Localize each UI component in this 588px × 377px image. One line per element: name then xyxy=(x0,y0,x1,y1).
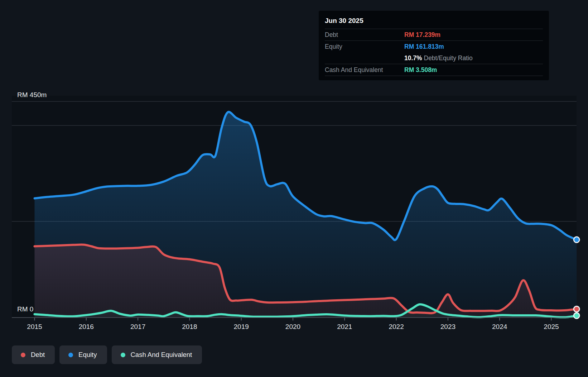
tooltip-row-cash: Cash And Equivalent RM 3.508m xyxy=(325,64,543,76)
legend-debt-label: Debt xyxy=(31,351,45,359)
legend-item-cash[interactable]: Cash And Equivalent xyxy=(112,345,202,364)
x-axis-label-2016: 2016 xyxy=(79,323,94,330)
x-axis-label-2017: 2017 xyxy=(130,323,145,330)
x-axis-label-2018: 2018 xyxy=(182,323,197,330)
tooltip-debt-value: RM 17.239m xyxy=(404,31,440,39)
y-axis-label-zero: RM 0 xyxy=(17,305,33,313)
chart-page: 2015201620172018201920202021202220232024… xyxy=(0,0,588,377)
x-axis-label-2022: 2022 xyxy=(389,323,404,330)
equity-dot-icon xyxy=(68,353,73,357)
tooltip-row-equity: Equity RM 161.813m xyxy=(325,40,543,52)
cash-and-equivalent-endpoint[interactable] xyxy=(574,313,579,319)
tooltip-debt-label: Debt xyxy=(325,31,404,39)
x-axis-label-2015: 2015 xyxy=(27,323,42,330)
ratio-percent: 10.7% xyxy=(404,54,422,62)
tooltip-panel: Jun 30 2025 Debt RM 17.239m Equity RM 16… xyxy=(319,11,549,80)
legend-equity-label: Equity xyxy=(78,351,97,359)
tooltip-ratio-value: 10.7% Debt/Equity Ratio xyxy=(404,54,473,62)
tooltip-equity-label: Equity xyxy=(325,43,404,51)
x-axis-label-2024: 2024 xyxy=(492,323,507,330)
equity-endpoint[interactable] xyxy=(574,237,579,243)
x-axis-label-2019: 2019 xyxy=(234,323,249,330)
tooltip-equity-value: RM 161.813m xyxy=(404,43,444,51)
ratio-label: Debt/Equity Ratio xyxy=(424,54,473,62)
x-axis-label-2023: 2023 xyxy=(440,323,456,330)
legend: Debt Equity Cash And Equivalent xyxy=(12,345,202,364)
x-axis-label-2025: 2025 xyxy=(544,323,559,330)
debt-dot-icon xyxy=(21,353,25,357)
legend-item-debt[interactable]: Debt xyxy=(12,345,55,364)
tooltip-row-debt: Debt RM 17.239m xyxy=(325,29,543,40)
cash-dot-icon xyxy=(121,353,125,357)
x-axis-label-2021: 2021 xyxy=(337,323,352,330)
tooltip-cash-value: RM 3.508m xyxy=(404,66,437,74)
legend-item-equity[interactable]: Equity xyxy=(59,345,107,364)
legend-cash-label: Cash And Equivalent xyxy=(131,351,192,359)
tooltip-cash-label: Cash And Equivalent xyxy=(325,66,404,74)
y-axis-label-max: RM 450m xyxy=(17,91,47,99)
debt-endpoint[interactable] xyxy=(574,306,579,312)
tooltip-date: Jun 30 2025 xyxy=(325,14,543,29)
x-axis-label-2020: 2020 xyxy=(285,323,300,330)
tooltip-row-ratio: 10.7% Debt/Equity Ratio xyxy=(325,52,543,64)
